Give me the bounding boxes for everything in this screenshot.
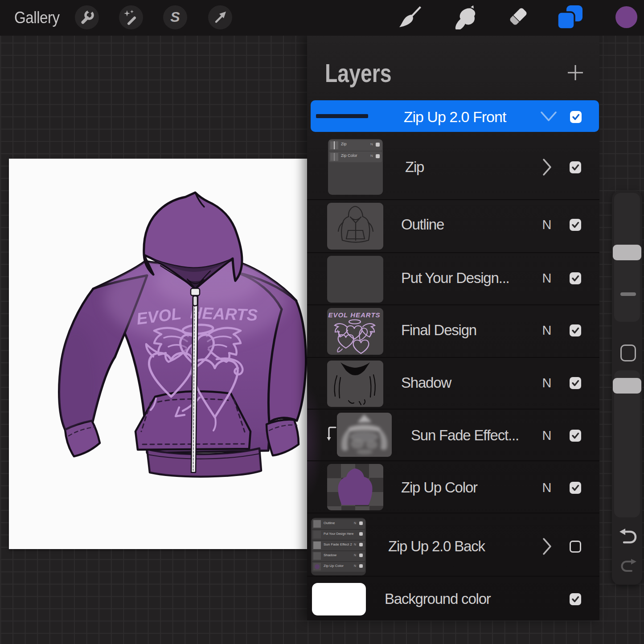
svg-text:EVOL HEARTS: EVOL HEARTS (328, 311, 380, 319)
svg-text:HEARTS: HEARTS (190, 304, 258, 324)
svg-text:S: S (170, 9, 180, 25)
